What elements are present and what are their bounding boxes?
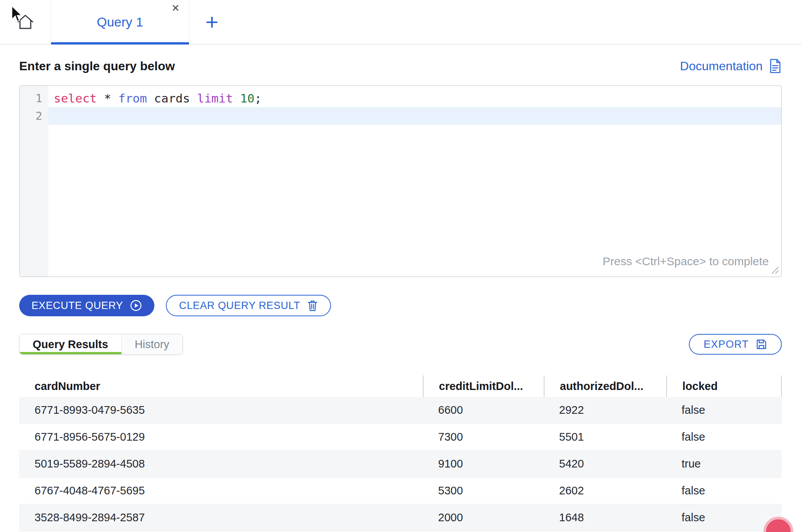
page-title: Enter a single query below [19,59,175,73]
cell-creditlimit: 2000 [423,511,544,524]
document-icon [769,58,782,74]
cell-locked: false [666,431,782,443]
cell-locked: true [666,458,782,470]
close-tab-icon[interactable]: ✕ [171,3,180,13]
editor-gutter: 1 2 [20,86,48,276]
tab-query-results-label: Query Results [33,338,108,351]
cell-creditlimit: 9100 [423,458,544,470]
tab-bar: Query 1 ✕ + [0,0,801,45]
cell-creditlimit: 7300 [423,431,544,443]
clear-query-result-button[interactable]: CLEAR QUERY RESULT [166,295,331,316]
table-row[interactable]: 3528-8499-2894-2587 2000 1648 false [19,504,782,531]
cell-cardnumber: 6767-4048-4767-5695 [19,484,423,497]
sql-keyword: from [118,91,147,105]
cell-creditlimit: 5300 [423,484,544,497]
cell-authorized: 2922 [544,404,666,416]
clear-query-result-label: CLEAR QUERY RESULT [179,300,300,312]
code-line-2-active[interactable] [48,107,781,125]
sql-text: * [97,91,118,105]
table-row[interactable]: 6767-4048-4767-5695 5300 2602 false [19,477,782,504]
home-icon [16,13,35,31]
tab-history-label: History [135,338,169,351]
editor-code-area[interactable]: select * from cards limit 10; Press <Ctr… [48,86,781,276]
sql-keyword: limit [197,91,233,105]
cell-locked: false [666,404,782,416]
query-results-table: cardNumber creditLimitDol... authorizedD… [19,375,782,531]
results-tab-group: Query Results History [19,334,183,355]
code-line-1: select * from cards limit 10; [48,89,781,107]
autocomplete-hint: Press <Ctrl+Space> to complete [602,253,769,270]
cell-authorized: 5501 [544,431,666,443]
play-circle-icon [130,299,142,312]
cell-cardnumber: 6771-8993-0479-5635 [19,404,423,416]
active-results-tab-indicator [20,352,121,354]
line-number: 1 [20,89,48,107]
documentation-link[interactable]: Documentation [680,58,782,74]
column-header-cardnumber[interactable]: cardNumber [19,375,423,397]
query-actions: EXECUTE QUERY CLEAR QUERY RESULT [19,295,782,316]
documentation-label: Documentation [680,59,763,73]
sql-text [233,91,240,105]
export-button[interactable]: EXPORT [689,334,782,355]
export-label: EXPORT [703,339,749,350]
column-header-locked[interactable]: locked [666,375,782,397]
tab-query-results[interactable]: Query Results [20,334,121,354]
column-header-creditlimit[interactable]: creditLimitDol... [423,375,544,397]
sql-keyword: select [54,91,97,105]
tab-query-1-label: Query 1 [97,15,143,30]
cell-authorized: 5420 [544,458,666,470]
sql-number: 10 [240,91,254,105]
line-number: 2 [20,107,48,125]
cell-creditlimit: 6600 [423,404,544,416]
table-row[interactable]: 6771-8993-0479-5635 6600 2922 false [19,397,782,424]
cell-cardnumber: 5019-5589-2894-4508 [19,458,423,470]
table-row[interactable]: 6771-8956-5675-0129 7300 5501 false [19,424,782,451]
cell-cardnumber: 3528-8499-2894-2587 [19,511,423,524]
column-header-authorized[interactable]: authorizedDol... [544,375,666,397]
sql-text: cards [147,91,197,105]
main-content: Enter a single query below Documentation… [0,58,801,531]
sql-query-tool: Query 1 ✕ + Enter a single query below D… [0,0,801,531]
resize-handle-icon[interactable] [770,266,779,275]
cell-authorized: 2602 [544,484,666,497]
cell-locked: false [666,484,782,497]
new-tab-button[interactable]: + [205,12,218,32]
query-panel-header: Enter a single query below Documentation [19,58,782,74]
cell-authorized: 1648 [544,511,666,524]
tab-query-1[interactable]: Query 1 ✕ [51,0,189,44]
trash-icon [307,299,318,312]
results-bar: Query Results History EXPORT [19,334,782,355]
active-tab-indicator [51,42,189,45]
execute-query-button[interactable]: EXECUTE QUERY [19,295,154,316]
sql-text: ; [255,91,262,105]
home-button[interactable] [0,0,51,44]
cell-cardnumber: 6771-8956-5675-0129 [19,431,423,443]
table-row[interactable]: 5019-5589-2894-4508 9100 5420 true [19,451,782,477]
execute-query-label: EXECUTE QUERY [31,300,123,312]
save-icon [756,339,767,350]
sql-editor[interactable]: 1 2 select * from cards limit 10; Press … [19,85,782,277]
table-header: cardNumber creditLimitDol... authorizedD… [19,375,782,397]
cell-locked: false [666,511,782,524]
tab-history[interactable]: History [121,334,182,354]
